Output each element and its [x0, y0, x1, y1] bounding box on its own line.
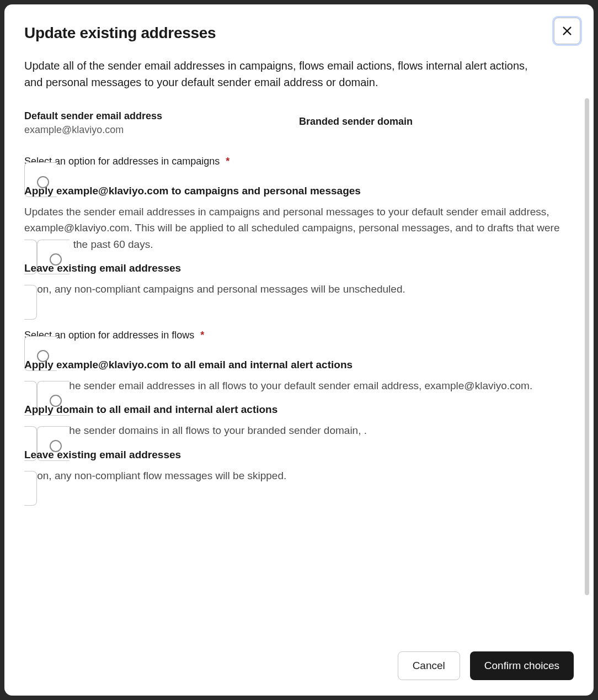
option-title: Leave existing email addresses — [24, 449, 574, 461]
flows-section: Select an option for addresses in flows … — [24, 330, 574, 494]
campaigns-section-label: Select an option for addresses in campai… — [24, 156, 574, 167]
modal-footer: Cancel Confirm choices — [4, 638, 594, 696]
option-description: Updates the sender email addresses in al… — [24, 378, 574, 394]
campaigns-section: Select an option for addresses in campai… — [24, 156, 574, 307]
radio-input[interactable] — [50, 440, 62, 452]
branded-domain-label: Branded sender domain — [299, 110, 574, 128]
branded-domain-column: Branded sender domain — [299, 110, 574, 136]
option-title: Apply example@klaviyo.com to campaigns a… — [24, 185, 574, 197]
option-description: Updates the sender email addresses in ca… — [24, 204, 574, 252]
modal-description: Update all of the sender email addresses… — [24, 57, 532, 91]
modal-content: Update existing addresses Update all of … — [4, 4, 594, 638]
option-description: Updates the sender domains in all flows … — [24, 422, 574, 438]
option-title: Apply domain to all email and internal a… — [24, 404, 574, 416]
flows-section-label: Select an option for addresses in flows … — [24, 330, 574, 341]
modal-overlay: Update existing addresses Update all of … — [0, 0, 598, 700]
confirm-button[interactable]: Confirm choices — [470, 651, 574, 680]
cancel-button[interactable]: Cancel — [398, 651, 460, 680]
radio-input[interactable] — [50, 253, 62, 266]
scrollbar[interactable] — [585, 98, 589, 595]
modal-header: Update existing addresses — [24, 24, 574, 42]
default-email-value: example@klaviyo.com — [24, 124, 299, 136]
option-description: Soon, any non-compliant campaigns and pe… — [24, 281, 574, 297]
radio-input[interactable] — [37, 350, 49, 362]
required-marker-icon: * — [226, 156, 229, 167]
modal-dialog: Update existing addresses Update all of … — [4, 4, 594, 696]
default-email-column: Default sender email address example@kla… — [24, 110, 299, 136]
modal-title: Update existing addresses — [24, 24, 216, 42]
radio-input[interactable] — [50, 395, 62, 407]
info-row: Default sender email address example@kla… — [24, 110, 574, 136]
radio-input[interactable] — [37, 176, 49, 188]
campaigns-option-apply-email[interactable]: Apply example@klaviyo.com to campaigns a… — [24, 162, 574, 274]
option-title: Leave existing email addresses — [24, 262, 574, 274]
required-marker-icon: * — [200, 330, 204, 341]
option-description: Soon, any non-compliant flow messages wi… — [24, 468, 574, 484]
option-title: Apply example@klaviyo.com to all email a… — [24, 359, 574, 371]
default-email-label: Default sender email address — [24, 110, 299, 122]
